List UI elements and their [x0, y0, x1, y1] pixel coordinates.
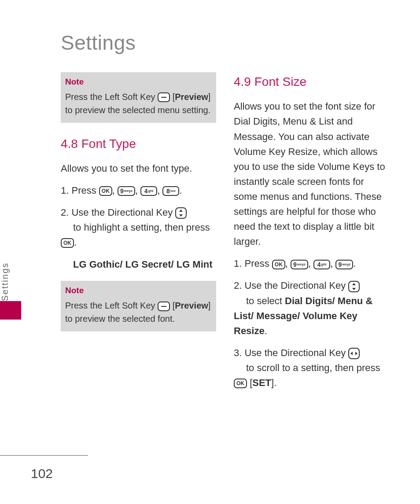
left-soft-key-icon	[158, 302, 170, 311]
key-4-icon: 4ghi	[313, 260, 330, 269]
step-1: 1. Press OK, 9wxyz, 4ghi, 8tuv.	[61, 183, 216, 198]
step-1-r: 1. Press OK, 9wxyz, 4ghi, 9wxyz.	[234, 256, 389, 271]
directional-key-updown-icon	[175, 207, 187, 219]
section-4-9-title: 4.9 Font Size	[234, 72, 389, 91]
font-options: LG Gothic/ LG Secret/ LG Mint	[73, 257, 216, 272]
note-label: Note	[65, 76, 212, 88]
page-number: 102	[31, 466, 53, 481]
step-3-r: 3. Use the Directional Key to scroll to …	[234, 346, 389, 390]
footer-divider	[0, 455, 88, 456]
section-4-9-intro: Allows you to set the font size for Dial…	[234, 99, 389, 249]
key-9-icon: 9wxyz	[291, 260, 308, 269]
note-box-1: Note Press the Left Soft Key [Preview] t…	[61, 72, 216, 123]
side-tab: Settings	[0, 260, 21, 320]
side-section-label: Settings	[0, 260, 21, 301]
key-8-icon: 8tuv	[162, 186, 179, 196]
key-9-icon: 9wxyz	[118, 186, 135, 196]
directional-key-leftright-icon	[348, 348, 360, 359]
ok-key-icon: OK	[272, 260, 285, 269]
manual-page: Settings Note Press the Left Soft Key [P…	[0, 0, 420, 504]
note-text: Press the Left Soft Key [Preview] to pre…	[65, 90, 212, 117]
directional-key-updown-icon	[348, 281, 360, 292]
step-2-r: 2. Use the Directional Key to select Dia…	[234, 278, 389, 338]
ok-key-icon: OK	[234, 379, 247, 388]
key-4-icon: 4ghi	[140, 186, 157, 196]
step-2: 2. Use the Directional Key to highlight …	[61, 205, 216, 250]
note-label: Note	[65, 284, 212, 297]
ok-key-icon: OK	[99, 186, 112, 196]
left-soft-key-icon	[158, 92, 170, 102]
key-9-icon: 9wxyz	[335, 260, 353, 269]
content-columns: Note Press the Left Soft Key [Preview] t…	[61, 72, 389, 397]
section-4-8-intro: Allows you to set the font type.	[61, 161, 216, 176]
side-tab-indicator	[0, 301, 21, 320]
section-4-8-title: 4.8 Font Type	[61, 134, 216, 153]
right-column: 4.9 Font Size Allows you to set the font…	[234, 72, 389, 397]
ok-key-icon: OK	[61, 238, 74, 248]
left-column: Note Press the Left Soft Key [Preview] t…	[61, 72, 216, 397]
note-text: Press the Left Soft Key [Preview] to pre…	[65, 299, 212, 325]
page-title: Settings	[61, 31, 389, 55]
note-box-2: Note Press the Left Soft Key [Preview] t…	[61, 281, 216, 331]
